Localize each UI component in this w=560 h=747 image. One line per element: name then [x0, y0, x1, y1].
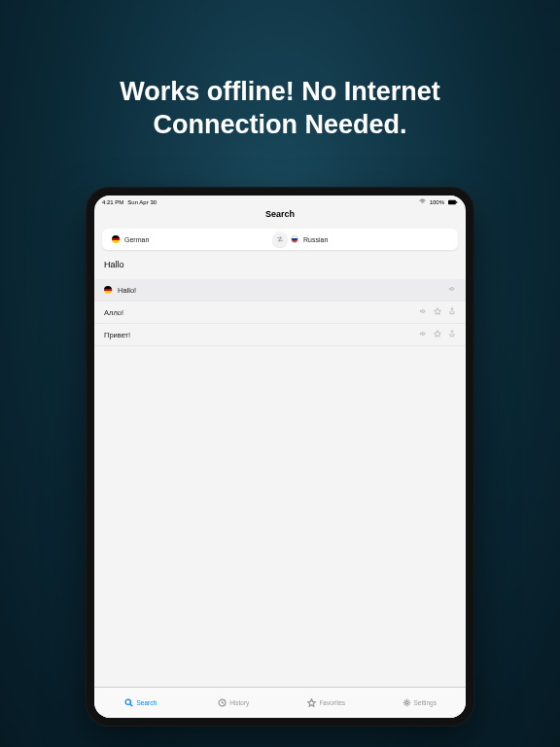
source-language-label: German [124, 236, 149, 243]
result-header-row[interactable]: Hallo! [94, 279, 466, 302]
history-icon [218, 698, 227, 707]
tab-favorites[interactable]: Favorites [280, 688, 373, 718]
search-icon [124, 698, 133, 707]
screen: 4:21 PM Sun Apr 30 100% Search German [94, 196, 466, 718]
svg-point-4 [405, 701, 408, 704]
share-icon[interactable] [448, 330, 456, 339]
status-bar: 4:21 PM Sun Apr 30 100% [94, 196, 466, 207]
results-list: Hallo! Алло! Привет! [94, 279, 466, 346]
speaker-icon[interactable] [419, 330, 427, 339]
target-language-label: Russian [303, 236, 328, 243]
language-selector: German Russian [102, 229, 458, 250]
share-icon[interactable] [448, 307, 456, 317]
target-language-button[interactable]: Russian [269, 235, 448, 243]
wifi-icon [419, 198, 426, 206]
ipad-frame: 4:21 PM Sun Apr 30 100% Search German [86, 187, 474, 727]
tab-label: Search [136, 699, 157, 706]
tab-settings[interactable]: Settings [373, 688, 467, 718]
speaker-icon[interactable] [419, 307, 427, 317]
speaker-icon[interactable] [448, 285, 456, 295]
svg-rect-1 [456, 200, 457, 202]
tab-label: Favorites [319, 699, 345, 706]
tab-label: Settings [414, 699, 438, 706]
star-icon [307, 698, 316, 707]
status-time: 4:21 PM [102, 199, 123, 205]
search-input[interactable]: Hallo [102, 256, 458, 273]
svg-point-2 [126, 699, 131, 704]
swap-icon [276, 235, 284, 243]
star-icon[interactable] [434, 307, 441, 317]
marketing-headline: Works offline! No Internet Connection Ne… [0, 0, 560, 142]
result-row[interactable]: Привет! [94, 324, 466, 346]
result-text: Алло! [104, 308, 419, 317]
source-language-button[interactable]: German [112, 235, 269, 243]
result-text: Привет! [104, 331, 419, 339]
tab-label: History [229, 699, 249, 706]
headline-line2: Connection Needed. [153, 110, 406, 139]
result-row[interactable]: Алло! [94, 302, 466, 324]
tab-search[interactable]: Search [94, 688, 188, 718]
gear-icon [402, 698, 411, 707]
result-header-text: Hallo! [118, 286, 448, 295]
content-area [94, 346, 466, 687]
svg-rect-0 [448, 199, 456, 203]
status-date: Sun Apr 30 [127, 199, 157, 205]
page-title: Search [94, 207, 466, 225]
flag-de-icon [112, 235, 120, 243]
status-battery: 100% [430, 199, 444, 205]
star-icon[interactable] [434, 330, 441, 339]
headline-line1: Works offline! No Internet [120, 77, 440, 106]
battery-icon [448, 199, 458, 206]
swap-languages-button[interactable] [272, 231, 288, 247]
tab-bar: Search History Favorites Settings [94, 687, 466, 718]
flag-de-icon [104, 286, 112, 294]
tab-history[interactable]: History [188, 688, 281, 718]
flag-ru-icon [291, 235, 298, 243]
